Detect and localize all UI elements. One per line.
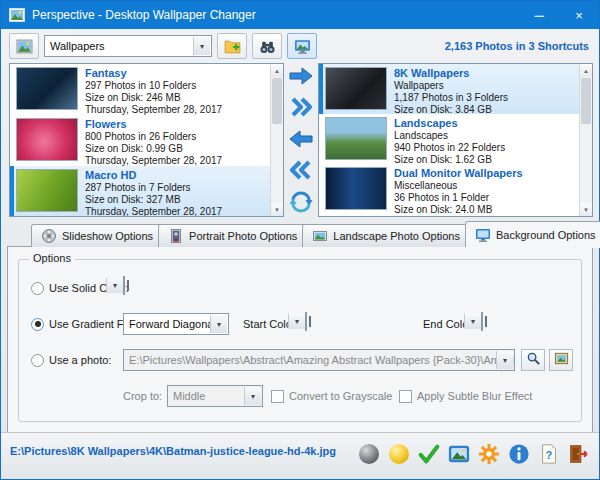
portrait-photo-icon: [168, 228, 184, 244]
scrollbar[interactable]: ▲ ▼: [270, 64, 283, 216]
yellow-ball-icon: [389, 444, 409, 464]
preview-photo-button[interactable]: [549, 349, 573, 371]
tab-strip: Slideshow Options Portrait Photo Options…: [31, 222, 600, 247]
toolbar: Wallpapers ▾ 2,163 Photos in 3 Shortcuts: [9, 32, 591, 60]
solid-color-dropdown[interactable]: ▾: [123, 276, 125, 295]
svg-text:?: ?: [546, 449, 553, 461]
scroll-down-button[interactable]: ▼: [271, 203, 283, 216]
list-item[interactable]: Fantasy 297 Photos in 10 Folders Size on…: [10, 64, 270, 115]
binoculars-icon: [259, 38, 276, 55]
start-color-swatch: [309, 316, 311, 327]
scroll-down-button[interactable]: ▼: [580, 203, 592, 216]
scrollbar-thumb[interactable]: [272, 78, 282, 124]
use-gradient-fill-radio[interactable]: [31, 318, 44, 331]
photo-manager-button[interactable]: [9, 33, 39, 59]
background-options-panel: Options Use Solid Color: ▾ Use Gradient …: [7, 246, 593, 433]
browse-photo-button[interactable]: [521, 349, 545, 371]
target-text: 8K Wallpapers Wallpapers 1,187 Photos in…: [394, 67, 508, 116]
pause-indicator-button[interactable]: [357, 442, 381, 466]
chevron-down-icon: ▾: [210, 315, 227, 333]
tab-label: Background Options: [496, 229, 596, 241]
solid-color-swatch: [127, 280, 129, 291]
list-item-selected[interactable]: 8K Wallpapers Wallpapers 1,187 Photos in…: [319, 64, 579, 114]
shortcut-title: Fantasy: [85, 67, 222, 80]
apply-subtle-blur-checkbox[interactable]: [399, 390, 412, 403]
target-line: 940 Photos in 22 Folders: [394, 142, 505, 154]
double-chevron-left-icon: [287, 169, 315, 184]
target-line: 1,187 Photos in 3 Folders: [394, 92, 508, 104]
target-thumbnail: [325, 117, 387, 160]
chevron-down-icon: ▾: [464, 314, 481, 329]
new-shortcut-button[interactable]: [217, 33, 247, 59]
magnifier-icon: [526, 351, 541, 369]
chevron-down-icon: ▾: [193, 37, 210, 55]
use-solid-color-radio[interactable]: [31, 282, 44, 295]
convert-to-grayscale-checkbox[interactable]: [271, 390, 284, 403]
move-left-button[interactable]: [286, 128, 316, 153]
wallpaper-icon: [448, 443, 470, 465]
apply-subtle-blur-label[interactable]: Apply Subtle Blur Effect: [417, 390, 532, 402]
target-line: Wallpapers: [394, 80, 508, 92]
list-item[interactable]: Flowers 800 Photos in 26 Folders Size on…: [10, 115, 270, 166]
scrollbar[interactable]: ▲ ▼: [579, 64, 592, 216]
title-bar: Perspective - Desktop Wallpaper Changer …: [1, 1, 599, 29]
end-color-dropdown[interactable]: ▾: [481, 312, 483, 331]
scrollbar-thumb[interactable]: [581, 78, 591, 124]
minimize-button[interactable]: ─: [519, 1, 559, 29]
convert-to-grayscale-label[interactable]: Convert to Grayscale: [289, 390, 392, 402]
shortcut-line: 800 Photos in 26 Folders: [85, 131, 222, 143]
shortcut-thumbnail: [16, 169, 78, 212]
shortcut-line: Size on Disk: 0.99 GB: [85, 143, 222, 155]
scroll-up-button[interactable]: ▲: [580, 64, 592, 77]
collection-value: Wallpapers: [50, 40, 105, 52]
move-all-right-button[interactable]: [286, 96, 316, 121]
list-item[interactable]: Landscapes Landscapes 940 Photos in 22 F…: [319, 114, 579, 164]
resume-indicator-button[interactable]: [387, 442, 411, 466]
use-a-photo-label[interactable]: Use a photo:: [49, 354, 111, 366]
list-item-selected[interactable]: Macro HD 287 Photos in 7 Folders Size on…: [10, 166, 270, 217]
shortcut-list: Fantasy 297 Photos in 10 Folders Size on…: [9, 63, 284, 217]
target-title: Landscapes: [394, 117, 505, 130]
arrow-left-icon: [287, 138, 315, 153]
target-line: 36 Photos in 1 Folder: [394, 192, 523, 204]
end-color-swatch: [485, 316, 487, 327]
status-bar: E:\Pictures\8K Wallpapers\4K\Batman-just…: [1, 432, 599, 479]
start-color-dropdown[interactable]: ▾: [305, 312, 307, 331]
shortcut-items: Fantasy 297 Photos in 10 Folders Size on…: [10, 64, 270, 217]
move-right-button[interactable]: [286, 65, 316, 90]
target-title: 8K Wallpapers: [394, 67, 508, 80]
tab-label: Slideshow Options: [62, 230, 153, 242]
tab-landscape-photo-options[interactable]: Landscape Photo Options: [302, 224, 470, 247]
crop-dropdown[interactable]: Middle ▾: [167, 385, 263, 407]
search-button[interactable]: [252, 33, 282, 59]
framed-photo-icon: [554, 351, 569, 369]
help-document-icon: ?: [538, 443, 560, 465]
tab-background-options[interactable]: Background Options: [465, 221, 600, 247]
crop-value: Middle: [173, 390, 205, 402]
info-button[interactable]: [507, 442, 531, 466]
photo-path-dropdown[interactable]: E:\Pictures\Wallpapers\Abstract\Amazing …: [123, 349, 515, 371]
tab-portrait-photo-options[interactable]: Portrait Photo Options: [158, 224, 307, 247]
target-text: Landscapes Landscapes 940 Photos in 22 F…: [394, 117, 505, 166]
exit-button[interactable]: [567, 442, 591, 466]
move-all-left-button[interactable]: [286, 159, 316, 184]
collection-dropdown[interactable]: Wallpapers ▾: [44, 35, 212, 57]
shortcut-line: Size on Disk: 327 MB: [85, 194, 222, 206]
gray-ball-icon: [359, 444, 379, 464]
help-button[interactable]: ?: [537, 442, 561, 466]
close-button[interactable]: ×: [559, 1, 599, 29]
crop-to-label: Crop to:: [123, 384, 162, 408]
settings-button[interactable]: [477, 442, 501, 466]
gradient-style-dropdown[interactable]: Forward Diagonal ▾: [123, 313, 229, 335]
change-wallpaper-button[interactable]: [447, 442, 471, 466]
use-a-photo-radio[interactable]: [31, 354, 44, 367]
apply-button[interactable]: [417, 442, 441, 466]
tab-slideshow-options[interactable]: Slideshow Options: [31, 224, 163, 247]
scroll-up-button[interactable]: ▲: [271, 64, 283, 77]
shortcut-title: Macro HD: [85, 169, 222, 182]
refresh-button[interactable]: [286, 190, 316, 215]
list-item[interactable]: Dual Monitor Wallpapers Miscellaneous 36…: [319, 164, 579, 214]
wallpaper-preview-button[interactable]: [287, 33, 317, 59]
use-gradient-fill-label[interactable]: Use Gradient Fill:: [49, 318, 134, 330]
target-items: 8K Wallpapers Wallpapers 1,187 Photos in…: [319, 64, 579, 214]
